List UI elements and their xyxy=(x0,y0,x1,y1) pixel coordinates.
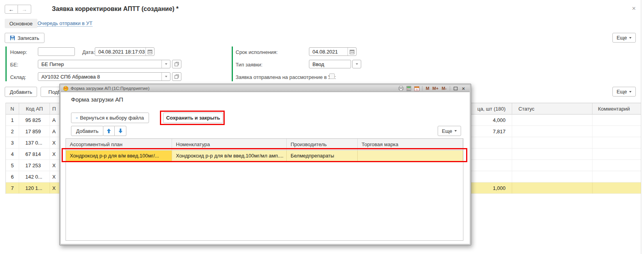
warehouse-dropdown-button[interactable] xyxy=(161,73,170,80)
col-header-status[interactable]: Статус xyxy=(512,103,593,114)
cell-code: 67 814 xyxy=(19,148,50,159)
cell-comment xyxy=(593,171,641,182)
more-button-table[interactable]: Еще xyxy=(612,87,636,97)
warehouse-field[interactable]: АУ1032 СПб Абрамова 8 xyxy=(38,72,170,81)
cell-status xyxy=(512,148,593,159)
warehouse-open-button[interactable] xyxy=(172,72,181,81)
sent-to-ut-checkbox[interactable] xyxy=(329,73,335,79)
cell-code: 17 253 xyxy=(19,160,50,171)
memory-m-button[interactable]: M xyxy=(424,86,431,91)
modal-table: Ассортиментный план Номенклатура Произво… xyxy=(66,138,463,241)
cell-comment xyxy=(593,148,641,159)
be-field[interactable]: БЕ Питер xyxy=(38,60,170,68)
calendar-icon xyxy=(147,49,153,54)
cell-qty xyxy=(471,148,512,159)
more-label: Еще xyxy=(617,89,627,95)
add-row-button[interactable]: Добавить xyxy=(5,87,37,97)
col-header-manufacturer[interactable]: Производитель xyxy=(287,139,358,150)
cell-comment xyxy=(593,114,641,125)
tab-main[interactable]: Основное xyxy=(5,19,37,28)
cell-n: 2 xyxy=(6,126,19,137)
date-value: 04.08.2021 18:17:03 xyxy=(95,49,145,55)
warehouse-label: Склад: xyxy=(10,74,26,80)
cell-qty: 1,000 xyxy=(471,182,512,193)
cell-n: 1 xyxy=(6,114,19,125)
window-close-icon[interactable]: × xyxy=(632,5,636,13)
back-arrow-icon: ← xyxy=(9,6,14,13)
calendar-picker-button[interactable] xyxy=(145,48,154,55)
cell-qty: 4,000 xyxy=(471,114,512,125)
cell-n: 5 xyxy=(6,160,19,171)
calendar-icon: 31 xyxy=(414,86,419,91)
forward-button[interactable]: → xyxy=(18,5,31,14)
due-calendar-picker-button[interactable] xyxy=(348,48,356,55)
maximize-button[interactable] xyxy=(452,86,459,91)
be-dropdown-button[interactable] xyxy=(161,60,170,68)
modal-load-ap-form: 1С Форма загрузки АП (1С:Предприятие) 31… xyxy=(59,84,471,245)
save-button[interactable]: Записать xyxy=(5,33,44,43)
modal-close-button[interactable]: × xyxy=(459,86,467,91)
cell-qty: 7,817 xyxy=(471,126,512,137)
svg-text:31: 31 xyxy=(415,88,418,90)
request-type-dropdown-button[interactable] xyxy=(352,60,361,68)
cell-n: 7 xyxy=(6,182,19,193)
number-label: Номер: xyxy=(10,49,27,55)
group-accent-bar-right xyxy=(232,47,233,81)
col-header-n[interactable]: N xyxy=(6,103,19,114)
modal-more-button[interactable]: Еще xyxy=(438,126,461,136)
more-button-top[interactable]: Еще xyxy=(612,33,636,43)
maximize-icon xyxy=(454,87,458,90)
modal-table-row-selected[interactable]: Хондроксид р-р для в/м введ.100мг/... Хо… xyxy=(66,150,463,161)
print-button[interactable] xyxy=(397,86,405,91)
col-header-plan[interactable]: Ассортиментный план xyxy=(66,139,172,150)
return-to-file-label: Вернуться к выбору файла xyxy=(80,115,144,121)
printer-icon xyxy=(398,86,404,91)
chevron-down-icon xyxy=(165,63,167,65)
save-and-close-button[interactable]: Сохранить и закрыть xyxy=(163,113,223,123)
col-header-nomenclature[interactable]: Номенклатура xyxy=(172,139,287,150)
move-down-button[interactable] xyxy=(115,126,126,136)
cell-manufacturer: Белмедпрепараты xyxy=(287,150,358,161)
date-field[interactable]: 04.08.2021 18:17:03 xyxy=(95,47,154,56)
cell-comment xyxy=(593,182,641,193)
modal-body: Форма загрузки АП Вернуться к выбору фай… xyxy=(61,92,470,244)
close-icon: × xyxy=(462,86,465,91)
modal-titlebar[interactable]: 1С Форма загрузки АП (1С:Предприятие) 31… xyxy=(61,85,470,92)
calendar-tool-button[interactable]: 31 xyxy=(413,86,420,91)
col-header-comment[interactable]: Комментарий xyxy=(593,103,641,114)
cell-status xyxy=(512,126,593,137)
memory-m-minus-button[interactable]: M- xyxy=(440,86,448,91)
open-link-icon xyxy=(174,62,179,66)
floppy-icon xyxy=(10,35,15,41)
cell-status xyxy=(512,114,593,125)
number-field[interactable] xyxy=(38,47,75,56)
1c-logo-icon: 1С xyxy=(63,86,68,91)
cell-brand xyxy=(358,150,463,161)
nav-buttons: ← → xyxy=(5,5,31,14)
col-header-qty[interactable]: ца, шт (180) xyxy=(471,103,512,114)
request-type-value: Ввод xyxy=(309,61,351,67)
request-type-label: Тип заявки: xyxy=(236,62,263,68)
chevron-down-icon xyxy=(454,130,457,132)
request-type-field[interactable]: Ввод xyxy=(309,60,351,68)
move-up-button[interactable] xyxy=(103,126,115,136)
return-to-file-button[interactable]: Вернуться к выбору файла xyxy=(71,113,149,123)
calculator-button[interactable] xyxy=(405,86,413,91)
col-header-code[interactable]: Код АП xyxy=(19,103,50,114)
cell-code: 95 825 xyxy=(19,114,50,125)
cell-code: 142 0... xyxy=(19,171,50,182)
col-header-brand[interactable]: Торговая марка xyxy=(358,139,463,150)
sent-to-ut-label: Заявка отправлена на рассмотрение в УТ: xyxy=(236,74,336,80)
date-label: Дата: xyxy=(82,49,95,55)
be-open-button[interactable] xyxy=(172,60,181,68)
first-step-icon xyxy=(76,116,78,120)
due-date-field[interactable]: 04.08.2021 xyxy=(309,47,357,56)
modal-add-button[interactable]: Добавить xyxy=(71,126,103,136)
chevron-down-icon xyxy=(629,91,632,93)
more-label: Еще xyxy=(617,35,627,41)
memory-m-plus-button[interactable]: M+ xyxy=(431,86,440,91)
cell-code: 120 1... xyxy=(19,182,50,193)
open-link-icon xyxy=(174,74,179,79)
back-button[interactable]: ← xyxy=(5,5,18,14)
tab-queue-link[interactable]: Очередь отправки в УТ xyxy=(37,20,92,27)
